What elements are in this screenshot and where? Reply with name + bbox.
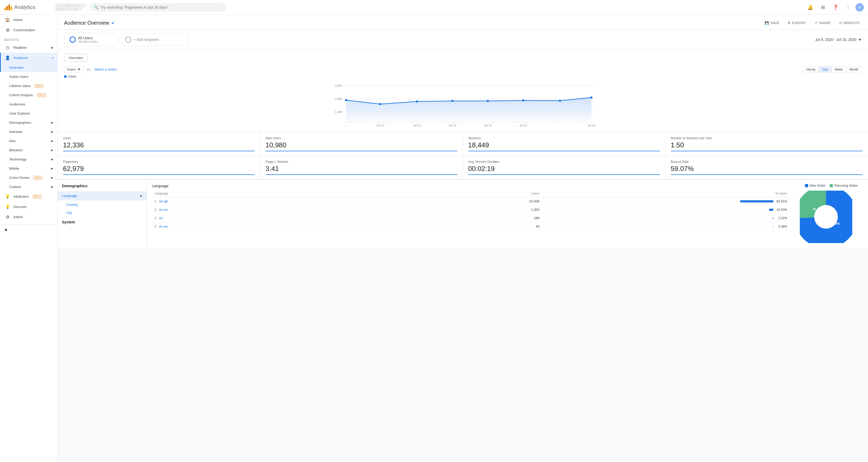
sidebar-item-cross-device[interactable]: Cross Device BETA ▶ (0, 173, 58, 182)
more-button[interactable]: ⋮ (843, 2, 853, 12)
realtime-arrow: ▶ (51, 46, 53, 49)
lang-link[interactable]: en (159, 216, 163, 220)
lang-link[interactable]: en-us (159, 208, 168, 211)
demo-item-language[interactable]: Language ▶ (58, 191, 147, 201)
new-visitor-color (805, 184, 808, 187)
lang-link[interactable]: en-gb (159, 199, 168, 203)
help-button[interactable]: ❓ (830, 2, 841, 12)
demo-language-arrow: ▶ (140, 194, 143, 198)
week-toggle[interactable]: Week (831, 66, 846, 73)
sidebar-geo-label: Geo (9, 139, 16, 143)
notifications-button[interactable]: 🔔 (805, 2, 815, 12)
system-label: System (58, 217, 147, 224)
sidebar-cohort-label: Cohort Analysis (9, 93, 33, 97)
month-toggle[interactable]: Month (846, 66, 862, 73)
sidebar-demographics-label: Demographics (9, 121, 31, 125)
avatar[interactable]: A (856, 3, 864, 11)
chart-svg-wrapper: 3,000 2,000 1,000 (64, 80, 862, 128)
sidebar-item-audience[interactable]: 👤 Audience ▾ (0, 53, 58, 63)
sidebar-item-demographics[interactable]: Demographics ▶ (0, 118, 58, 127)
account-info: account@example.com All Web Site Data ▼ (56, 3, 86, 11)
export-button[interactable]: ⬆ EXPORT (785, 20, 808, 27)
metric-selector[interactable]: Users ▼ (64, 66, 84, 73)
sidebar-lifetime-label: Lifetime Value (9, 84, 30, 88)
audience-arrow: ▾ (52, 56, 53, 59)
sidebar-item-discover[interactable]: 💡 Discover (0, 202, 58, 212)
demo-item-city[interactable]: City (58, 209, 147, 217)
technology-arrow: ▶ (51, 158, 53, 161)
sidebar-item-mobile[interactable]: Mobile ▶ (0, 164, 58, 173)
cohort-beta-badge: BETA (37, 93, 45, 97)
sidebar-item-lifetime-value[interactable]: Lifetime Value BETA (0, 81, 58, 91)
save-button[interactable]: 💾 SAVE (763, 20, 781, 27)
page-header: Audience Overview ✔ 💾 SAVE ⬆ EXPORT ↗ SH… (58, 15, 868, 30)
sidebar-item-audiences[interactable]: Audiences (0, 100, 58, 109)
sidebar-item-overview[interactable]: Overview (0, 63, 58, 72)
time-toggles: Hourly Day Week Month (803, 66, 862, 73)
attribution-icon: 💡 (5, 194, 10, 199)
sidebar-item-realtime[interactable]: ◷ Realtime ▶ (0, 42, 58, 53)
all-users-segment[interactable]: All Users 100.00% Users (64, 33, 117, 46)
overview-tab[interactable]: Overview (64, 54, 88, 62)
sidebar-item-geo[interactable]: Geo ▶ (0, 136, 58, 145)
stat-pages-session-label: Pages / Session (266, 160, 457, 164)
lifetime-beta-badge: BETA (35, 84, 43, 88)
sidebar-item-user-explorer[interactable]: User Explorer (0, 109, 58, 118)
share-button[interactable]: ↗ SHARE (812, 20, 833, 27)
sidebar-item-active-users[interactable]: Active Users (0, 72, 58, 81)
page-title: Audience Overview (64, 20, 109, 26)
demo-item-country[interactable]: Country (58, 201, 147, 209)
add-segment-button[interactable]: + Add Segment (120, 34, 188, 45)
sidebar-realtime-label: Realtime (13, 45, 27, 50)
stat-users-sparkline (63, 151, 255, 151)
lang-link[interactable]: en-au (159, 225, 168, 228)
date-range-selector[interactable]: Jul 9, 2020 - Jul 15, 2020 ▼ (815, 37, 862, 42)
sidebar-custom-label: Custom (9, 185, 21, 189)
sidebar-behavior-label: Behavior (9, 148, 23, 152)
insights-button[interactable]: ⊙ INSIGHTS (837, 20, 862, 27)
returning-visitor-legend: Returning Visitor (830, 184, 858, 188)
lang-col-pct: % Users (541, 190, 789, 197)
mobile-arrow: ▶ (51, 167, 53, 170)
sidebar-item-behavior[interactable]: Behavior ▶ (0, 145, 58, 155)
pie-area: New Visitor Returning Visitor 74.6% (795, 179, 868, 248)
segment-bar: All Users 100.00% Users + Add Segment Ju… (58, 30, 868, 50)
stats-grid: Users 12,336 New Users 10,980 Sessions 1… (58, 132, 868, 179)
export-icon: ⬆ (788, 21, 790, 25)
logo-area: Analytics (4, 4, 52, 10)
sidebar-customization-label: Customization (13, 28, 35, 32)
bottom-section: Demographics Language ▶ Country City Sys… (58, 179, 868, 248)
search-input[interactable] (100, 5, 222, 9)
select-metric-link[interactable]: Select a metric (94, 67, 117, 71)
chart-legend: Users (64, 75, 862, 78)
svg-point-9 (379, 103, 381, 105)
search-icon: 🔍 (94, 5, 98, 9)
sidebar-item-technology[interactable]: Technology ▶ (0, 155, 58, 164)
hourly-toggle[interactable]: Hourly (803, 66, 819, 73)
cross-device-arrow: ▶ (51, 176, 53, 179)
insights-icon: ⊙ (839, 21, 842, 25)
chart-tabs: Overview (64, 54, 862, 62)
sidebar-item-customization[interactable]: ⊞ Customization (0, 25, 58, 35)
stat-sessions: Sessions 18,449 (463, 132, 665, 156)
sidebar-collapse-button[interactable]: ◀ (0, 224, 58, 235)
pie-legend: New Visitor Returning Visitor (800, 184, 863, 188)
svg-point-13 (522, 99, 524, 101)
reports-section-label: REPORTS (0, 35, 58, 42)
svg-marker-7 (346, 98, 591, 123)
sidebar-item-admin[interactable]: ⚙ Admin (0, 212, 58, 222)
chart-container: Overview Users ▼ vs. Select a metric Hou… (58, 50, 868, 132)
sidebar-item-custom[interactable]: Custom ▶ (0, 182, 58, 191)
stat-users-value: 12,336 (63, 141, 255, 149)
share-icon: ↗ (814, 21, 817, 25)
sidebar-item-home[interactable]: 🏠 Home (0, 15, 58, 25)
metric-label: Users (67, 67, 76, 71)
demographics-panel: Demographics Language ▶ Country City Sys… (58, 179, 147, 248)
search-bar[interactable]: 🔍 (90, 3, 226, 11)
sidebar-item-attribution[interactable]: 💡 Attribution BETA (0, 191, 58, 202)
sidebar-item-interests[interactable]: Interests ▶ (0, 127, 58, 136)
day-toggle[interactable]: Day (819, 66, 831, 73)
sidebar-item-cohort-analysis[interactable]: Cohort Analysis BETA (0, 91, 58, 100)
stat-bounce-rate-label: Bounce Rate (671, 160, 863, 164)
apps-button[interactable]: ⊞ (817, 2, 828, 12)
